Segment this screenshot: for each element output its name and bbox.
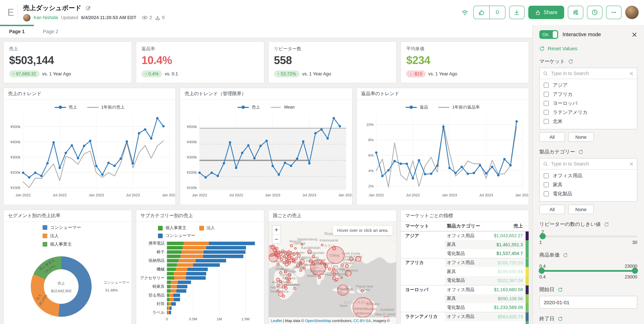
range-handle-high[interactable] [632, 268, 638, 274]
svg-text:¥100k: ¥100k [187, 186, 197, 190]
return-rate-trend-chart[interactable]: 返品1年前の返品率2%4%6%8%10%Jan 2022Jul 2022Jan … [357, 100, 528, 205]
zoom-out-button[interactable]: − [272, 235, 280, 244]
category-search-input[interactable] [551, 161, 626, 167]
map-attribution: Leaflet | Map data © OpenStreetMap contr… [268, 317, 396, 324]
sales-trend-chart[interactable]: 売上1年前の売上¥100k¥200k¥300k¥400k¥500kJan 202… [4, 100, 176, 205]
map-sales-circle [288, 278, 291, 280]
map-canvas[interactable]: RussiaMoscowYekaterinburgKrasnoyarskSama… [268, 222, 396, 324]
checkbox-icon[interactable] [544, 173, 549, 178]
refresh-icon[interactable] [558, 287, 563, 292]
panel-market-metrics: マーケットごとの指標 マーケット製品カテゴリー売上アジアオフィス用品$1,043… [401, 210, 529, 324]
leaflet-link[interactable]: Leaflet [271, 319, 282, 323]
filter-option[interactable]: アジア [544, 81, 633, 90]
title-block: 売上ダッシュボード Kan Nishida Updated 6/4/2024 1… [23, 3, 164, 21]
svg-text:Kazakhstan: Kazakhstan [301, 246, 320, 250]
svg-text:収納用品: 収納用品 [148, 258, 164, 263]
checkbox-icon[interactable] [544, 182, 549, 187]
checkbox-icon[interactable] [544, 191, 549, 196]
country-sales-map[interactable]: RussiaMoscowYekaterinburgKrasnoyarskSama… [268, 222, 396, 324]
sidebar-title: Interactive mode [562, 31, 601, 37]
history-clock-button[interactable] [587, 6, 602, 19]
share-button[interactable]: Share [528, 6, 564, 19]
subcategory-bar-chart[interactable]: 個人事業主法人コンシューマー00.5M1M1.5M売上携帯電話椅子収納用品機械ア… [136, 222, 264, 324]
more-options-button[interactable] [606, 6, 622, 19]
svg-text:Auckland: Auckland [380, 308, 394, 312]
updated-time: 6/4/2024 11:20:53 AM EDT [81, 15, 136, 20]
refresh-icon[interactable] [558, 316, 563, 321]
sales-trend-control-chart[interactable]: 売上Mean¥100k¥200k¥300k¥400k¥500kJan 2022J… [180, 100, 352, 205]
osm-link[interactable]: OpenStreetMap [305, 319, 331, 323]
svg-text:ラベル: ラベル [152, 310, 165, 315]
svg-text:¥500k: ¥500k [187, 125, 197, 129]
panel-title: 国ごとの売上 [268, 210, 396, 222]
repeater-threshold-label: リピーターの数のしきい値 [539, 221, 637, 228]
repeater-threshold-slider[interactable]: 2 130 [539, 230, 637, 245]
author-avatar[interactable] [23, 14, 30, 21]
market-search-input[interactable] [551, 71, 626, 76]
interactive-mode-toggle[interactable]: On [539, 30, 558, 39]
segment-donut-chart[interactable]: コンシューマー法人個人事業主コンシューマー51.48%法人30.25%個人事業主… [4, 222, 132, 324]
panel-title: マーケットごとの指標 [401, 210, 529, 222]
settings-sliders-button[interactable] [568, 6, 583, 19]
filter-option[interactable]: 家具 [544, 180, 633, 189]
svg-text:Jul 2022: Jul 2022 [229, 193, 243, 197]
category-none-button[interactable]: None [568, 205, 594, 214]
filter-option[interactable]: 北米 [544, 117, 633, 126]
zoom-in-button[interactable]: + [272, 226, 280, 235]
filter-option[interactable]: ヨーロッパ [544, 99, 633, 108]
sales-trend-control-svg: ¥100k¥200k¥300k¥400k¥500kJan 2022Jul 202… [180, 112, 352, 205]
map-sales-circle [296, 264, 300, 267]
close-icon[interactable] [632, 32, 637, 37]
table-row: 電化製品$1,537,454.7 [401, 249, 529, 258]
cc-link[interactable]: CC-BY-SA [354, 319, 371, 323]
user-avatar[interactable] [625, 6, 639, 19]
svg-text:Taiwan: Taiwan [342, 261, 353, 265]
market-all-button[interactable]: All [539, 132, 565, 142]
checkbox-icon[interactable] [544, 119, 549, 124]
checkbox-icon[interactable] [544, 110, 549, 115]
map-sales-circle [288, 273, 291, 277]
map-sales-circle [276, 263, 279, 266]
map-sales-circle [290, 244, 293, 247]
refresh-icon[interactable] [563, 253, 568, 258]
svg-text:Jul 2023: Jul 2023 [479, 193, 493, 197]
thumbs-up-icon[interactable] [474, 6, 489, 19]
tab-page-2[interactable]: Page 2 [34, 25, 68, 38]
header-divider [18, 5, 18, 20]
refresh-icon[interactable] [568, 59, 574, 64]
refresh-icon[interactable] [604, 222, 609, 227]
map-sales-circle [341, 264, 344, 266]
panel-title: 返品率のトレンド [357, 88, 528, 100]
checkbox-icon[interactable] [544, 92, 549, 97]
filter-option[interactable]: オフィス用品 [544, 171, 633, 180]
category-all-button[interactable]: All [539, 205, 565, 214]
like-button-group[interactable]: 0 [473, 6, 505, 19]
checkbox-icon[interactable] [544, 83, 549, 88]
filter-label-category: 製品カテゴリー [539, 149, 637, 155]
checkbox-icon[interactable] [544, 101, 549, 106]
map-sales-circle [302, 267, 305, 269]
start-date-input[interactable] [539, 296, 637, 309]
filter-option[interactable]: ラテンアメリカ [544, 108, 633, 117]
tab-page-1[interactable]: Page 1 [0, 25, 34, 38]
download-button[interactable] [509, 6, 524, 19]
range-handle-low[interactable] [539, 268, 545, 274]
filter-option[interactable]: 電化製品 [544, 189, 633, 198]
map-sales-circle [310, 260, 326, 275]
market-none-button[interactable]: None [568, 132, 594, 142]
clear-search-icon[interactable] [629, 71, 634, 75]
kpi-value: $234 [406, 54, 524, 67]
svg-text:4%: 4% [368, 169, 374, 173]
clear-search-icon[interactable] [629, 162, 634, 166]
edit-title-icon[interactable] [85, 5, 91, 10]
refresh-icon[interactable] [578, 149, 584, 154]
end-date-label: 終了日 [539, 316, 637, 322]
svg-text:8%: 8% [368, 138, 374, 142]
slider-handle[interactable] [540, 233, 546, 239]
filter-option[interactable]: アフリカ [544, 90, 633, 99]
svg-text:6%: 6% [368, 153, 374, 157]
reset-values-button[interactable]: Reset Values [539, 45, 637, 51]
author-link[interactable]: Kan Nishida [34, 15, 58, 20]
unit-price-range-slider[interactable]: 0.423000 0.423000 [539, 264, 637, 280]
map-sales-circle [345, 264, 348, 268]
